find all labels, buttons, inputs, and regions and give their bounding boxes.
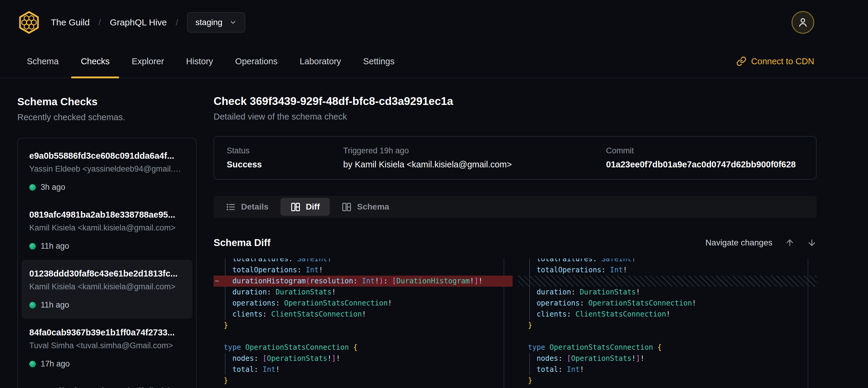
code-line: duration: DurationStats! (214, 287, 513, 298)
check-status-card: Status Success Triggered 19h ago by Kami… (214, 136, 817, 180)
nav-tabs: SchemaChecksExplorerHistoryOperationsLab… (27, 45, 395, 78)
view-tab-label: Schema (357, 202, 389, 212)
diff-title: Schema Diff (214, 237, 271, 248)
commit-label: Commit (606, 146, 804, 155)
schema-check-item[interactable]: 0819afc4981ba2ab18e338788ae95...Kamil Ki… (22, 201, 192, 260)
breadcrumb-project[interactable]: GraphQL Hive (110, 17, 167, 28)
check-time: 11h ago (41, 300, 69, 310)
status-label: Status (227, 146, 343, 155)
navigate-changes-label: Navigate changes (706, 238, 772, 247)
schema-check-list: e9a0b55886fd3ce608c091dda6a4f...Yassin E… (17, 138, 196, 388)
schema-diff-panes: totalFailures: SafeInt! totalOperations:… (214, 259, 817, 388)
check-meta: 17h ago (29, 359, 185, 368)
commit-column: Commit 01a23ee0f7db01a9e7ac0d0747d62bb90… (606, 146, 804, 170)
diff-header: Schema Diff Navigate changes (214, 237, 817, 248)
connect-to-cdn-label: Connect to CDN (751, 57, 814, 66)
code-line: total: Int! (214, 364, 513, 375)
schema-check-item[interactable]: 01238ddd30faf8c43e61be2d1813fc...Kamil K… (22, 260, 192, 319)
app-header: The Guild / GraphQL Hive / staging (0, 0, 868, 45)
schema-check-item[interactable]: 84fa0cab9367b39e1b1ff0a74f2733...Tuval S… (22, 319, 192, 378)
code-line: totalOperations: Int! (214, 265, 513, 276)
check-author: Yassin Eldeeb <yassineldeeb94@gmail.co..… (29, 165, 185, 174)
success-dot-icon (29, 243, 36, 249)
view-tab-details[interactable]: Details (216, 198, 279, 216)
removed-line-minus-icon: − (215, 276, 219, 287)
code-line: total: Int! (518, 364, 817, 375)
user-avatar[interactable] (792, 11, 814, 34)
check-meta: 3h ago (29, 183, 185, 192)
code-line: operations: OperationStatsConnection! (518, 298, 817, 309)
code-line (214, 331, 513, 342)
code-line: } (214, 320, 513, 331)
sidebar-title: Schema Checks (17, 96, 197, 108)
schema-checks-sidebar: Schema Checks Recently checked schemas. … (0, 78, 197, 388)
code-line: type OperationStatsConnection { (518, 342, 817, 353)
breadcrumb-org[interactable]: The Guild (51, 17, 90, 28)
connect-to-cdn-button[interactable]: Connect to CDN (736, 45, 814, 78)
view-tab-schema[interactable]: Schema (332, 198, 399, 216)
list-icon (226, 202, 236, 212)
hive-logo-icon[interactable] (17, 10, 41, 35)
nav-tab-history[interactable]: History (186, 45, 213, 78)
check-time: 17h ago (41, 359, 70, 368)
schema-check-item[interactable]: e14e7eff1ef20091f70e72b8ffefb8bf (22, 378, 192, 388)
code-line-placeholder (518, 276, 817, 287)
nav-tab-settings[interactable]: Settings (363, 45, 395, 78)
success-dot-icon (29, 302, 36, 308)
status-column: Status Success (227, 146, 343, 170)
project-nav: SchemaChecksExplorerHistoryOperationsLab… (0, 45, 868, 78)
nav-tab-checks[interactable]: Checks (81, 45, 110, 78)
code-line: duration: DurationStats! (518, 287, 817, 298)
code-line: totalFailures: SafeInt! (518, 259, 817, 265)
check-author: Tuval Simha <tuval.simha@Gmail.com> (29, 341, 185, 350)
triggered-column: Triggered 19h ago by Kamil Kisiela <kami… (343, 146, 606, 170)
success-dot-icon (29, 361, 36, 367)
page-subtitle: Detailed view of the schema check (214, 112, 817, 122)
nav-tab-explorer[interactable]: Explorer (132, 45, 164, 78)
check-detail-panel: Check 369f3439-929f-48df-bfc8-cd3a9291ec… (197, 78, 868, 388)
page-title: Check 369f3439-929f-48df-bfc8-cd3a9291ec… (214, 95, 817, 108)
check-id: e9a0b55886fd3ce608c091dda6a4f... (29, 151, 185, 161)
diff-pane-after[interactable]: totalFailures: SafeInt! totalOperations:… (518, 259, 817, 388)
check-time: 3h ago (41, 183, 65, 192)
triggered-label: Triggered 19h ago (343, 146, 606, 155)
check-meta: 11h ago (29, 300, 185, 310)
code-line: nodes: [OperationStats!]! (214, 353, 513, 364)
check-id: e14e7eff1ef20091f70e72b8ffefb8bf (29, 387, 185, 388)
previous-change-button[interactable] (785, 238, 795, 247)
columns-icon (291, 202, 301, 212)
code-line: operations: OperationStatsConnection! (214, 298, 513, 309)
next-change-button[interactable] (807, 238, 817, 247)
code-line: } (518, 320, 817, 331)
view-tab-label: Diff (306, 202, 320, 212)
status-value: Success (227, 160, 343, 170)
diff-pane-before[interactable]: totalFailures: SafeInt! totalOperations:… (214, 259, 513, 388)
navigate-changes: Navigate changes (706, 238, 817, 247)
nav-tab-schema[interactable]: Schema (27, 45, 59, 78)
breadcrumb-separator: / (176, 18, 178, 27)
nav-tab-laboratory[interactable]: Laboratory (300, 45, 341, 78)
chevron-down-icon (229, 19, 237, 26)
view-tab-diff[interactable]: Diff (280, 198, 330, 216)
commit-value: 01a23ee0f7db01a9e7ac0d0747d62bb900f0f628 (606, 160, 804, 170)
code-line: type OperationStatsConnection { (214, 342, 513, 353)
nav-tab-operations[interactable]: Operations (235, 45, 278, 78)
check-id: 84fa0cab9367b39e1b1ff0a74f2733... (29, 328, 185, 337)
check-meta: 11h ago (29, 241, 185, 251)
link-icon (736, 56, 746, 66)
schema-check-item[interactable]: e9a0b55886fd3ce608c091dda6a4f...Yassin E… (22, 142, 192, 201)
code-line: } (214, 375, 513, 386)
target-selector-value: staging (195, 18, 222, 27)
check-time: 11h ago (41, 241, 69, 251)
code-line: clients: ClientStatsConnection! (518, 309, 817, 320)
check-id: 01238ddd30faf8c43e61be2d1813fc... (29, 269, 185, 278)
view-tab-label: Details (241, 202, 269, 212)
code-line (518, 331, 817, 342)
code-line-removed: − durationHistogram(resolution: Int!): [… (214, 276, 513, 287)
check-id: 0819afc4981ba2ab18e338788ae95... (29, 210, 185, 220)
check-author: Kamil Kisiela <kamil.kisiela@gmail.com> (29, 282, 185, 292)
target-selector[interactable]: staging (187, 12, 245, 33)
columns-icon (342, 202, 351, 212)
arrow-down-icon (807, 238, 817, 247)
arrow-up-icon (785, 238, 795, 247)
